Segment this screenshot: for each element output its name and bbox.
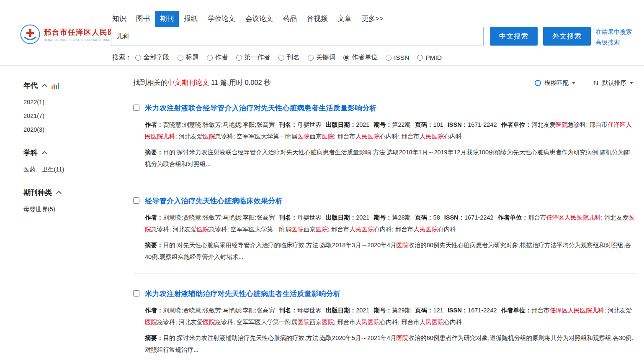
search-input[interactable]: [111, 27, 484, 46]
sort-control[interactable]: 默认排序: [593, 79, 633, 87]
filter-group-year-title[interactable]: 年代: [23, 81, 129, 90]
highlight-text: 医院: [556, 121, 568, 128]
plain-text: 心内科; 邢台市: [374, 226, 413, 233]
highlight-text: 医院: [316, 226, 328, 233]
scope-keyword[interactable]: 关键词: [308, 53, 336, 62]
tab-conference-papers[interactable]: 会议论文: [240, 11, 278, 27]
radio-icon: [207, 55, 213, 61]
field-label: ISSN：: [448, 307, 468, 314]
field-label: 页码：: [415, 307, 433, 314]
tab-knowledge[interactable]: 知识: [107, 11, 131, 27]
scope-issn[interactable]: ISSN: [386, 54, 409, 61]
tab-drugs[interactable]: 药品: [278, 11, 302, 27]
plain-text: 西京: [309, 319, 322, 325]
plain-text: ; 河北友爱: [601, 214, 629, 221]
plain-text: 121: [433, 307, 443, 314]
search-in-results-link[interactable]: 在结果中搜索: [595, 28, 632, 36]
filter-sidebar: 年代 2022(1) 2021(7) 2020(3) 学科: [0, 66, 133, 228]
plain-text: 1671-2242: [464, 214, 493, 221]
scope-pmid[interactable]: PMID: [417, 54, 442, 61]
filter-group-subject-title[interactable]: 学科: [23, 148, 129, 158]
plain-text: 母婴世界: [297, 307, 322, 314]
field-label: 出版日期：: [326, 121, 356, 128]
result-abstract: 摘要：目的:探讨米力农注射液辅助治疗先天性心脏病的疗效.方法:选取2020年5月…: [145, 332, 636, 355]
plain-text: 西京: [304, 226, 316, 233]
scope-all-fields[interactable]: 全部字段: [135, 53, 170, 62]
result-body: 经导管介入治疗先天性心脏病临床效果分析 作者：刘慧晓;贾晓慧;张敏芳;马艳妮;李…: [145, 196, 636, 263]
chevron-up-icon: [42, 84, 47, 89]
tab-articles[interactable]: 文章: [333, 11, 357, 27]
advanced-search-link[interactable]: 高级搜索: [595, 38, 632, 46]
field-label: 摘要：: [145, 335, 163, 341]
result-title-link[interactable]: 米力农注射液联合经导管介入治疗对先天性心脏病患者生活质量影响分析: [145, 103, 636, 113]
plain-text: 刘慧晓;贾晓慧;张敏芳;马艳妮;李阳;张高寅: [163, 307, 275, 314]
match-target-icon: [534, 79, 541, 87]
scope-author-affiliation[interactable]: 作者单位: [343, 53, 378, 62]
plain-text: 邢台市: [528, 214, 546, 221]
filter-group-subject: 学科 医药、卫生(11): [23, 148, 129, 176]
radio-icon: [417, 55, 423, 61]
scope-author[interactable]: 作者: [207, 53, 228, 62]
plain-text: 1671-2242: [468, 307, 497, 314]
plain-text: 母婴世界: [297, 121, 322, 128]
filter-group-label: 年代: [23, 81, 38, 90]
plain-text: 第29期: [392, 307, 411, 314]
tab-more[interactable]: 更多>>: [357, 11, 389, 27]
field-label: 页码：: [415, 121, 433, 128]
tab-books[interactable]: 图书: [131, 11, 155, 27]
plain-text: 邢台市: [531, 307, 550, 314]
scope-option-label: PMID: [425, 54, 442, 61]
result-checkbox[interactable]: [133, 197, 139, 204]
scope-option-label: 第一作者: [245, 53, 270, 62]
filter-item-year[interactable]: 2022(1): [23, 95, 129, 109]
plain-text: 急诊科; 河北友爱: [157, 319, 203, 325]
plain-text: 急诊科; 河北友爱: [151, 226, 197, 233]
plain-text: 找到相关的: [133, 79, 168, 86]
field-label: 作者：: [145, 214, 163, 221]
filter-item-journal[interactable]: 母婴世界(5): [23, 202, 129, 216]
tab-journals[interactable]: 期刊: [155, 11, 179, 27]
scope-title[interactable]: 标题: [178, 53, 199, 62]
result-body: 米力农注射液联合经导管介入治疗对先天性心脏病患者生活质量影响分析 作者：贾晓慧;…: [145, 103, 636, 170]
hospital-brand: 邢台市任泽区人民医院 RENZE DISTRICT PEOPLE'S HOSPI…: [20, 24, 124, 44]
tab-newspapers[interactable]: 报纸: [179, 11, 203, 27]
filter-item-year[interactable]: 2021(7): [23, 109, 129, 123]
result-checkbox[interactable]: [133, 290, 139, 297]
highlight-text: 人民医院: [355, 319, 380, 325]
result-item: 经导管介入治疗先天性心脏病临床效果分析 作者：刘慧晓;贾晓慧;张敏芳;马艳妮;李…: [133, 181, 636, 274]
filter-group-journal-type-title[interactable]: 期刊种类: [23, 188, 129, 197]
plain-text: 刘慧晓;贾晓慧;张敏芳;马艳妮;李阳;张高寅: [163, 214, 275, 221]
plain-text: 11 篇,用时 0.002 秒: [209, 79, 271, 86]
result-title-link[interactable]: 米力农注射液辅助治疗对先天性心脏病患者生活质量影响分析: [145, 289, 636, 299]
field-label: 刊名：: [279, 307, 297, 314]
highlight-text: 医院: [322, 319, 334, 325]
highlight-text: 人民医院: [349, 226, 374, 233]
fuzzy-match-control[interactable]: 模糊匹配: [534, 79, 575, 87]
tab-dissertations[interactable]: 学位论文: [203, 11, 240, 27]
filter-item-subject[interactable]: 医药、卫生(11): [23, 163, 129, 176]
scope-option-label: 作者单位: [352, 53, 378, 62]
chevron-up-icon: [56, 191, 62, 196]
bar-chart-icon[interactable]: [52, 82, 59, 89]
plain-text: 心内科: [438, 226, 456, 233]
tab-audio-video[interactable]: 音视频: [302, 11, 333, 27]
filter-item-year[interactable]: 2020(3): [23, 123, 129, 137]
scope-row-label: 搜索：: [112, 53, 132, 62]
foreign-search-button[interactable]: 外文搜索: [543, 27, 591, 46]
highlight-text: 医院: [145, 319, 157, 325]
results-main: 找到相关的中文期刊论文 11 篇,用时 0.002 秒 模糊匹配 默认排序: [133, 66, 644, 363]
chinese-search-button[interactable]: 中文搜索: [490, 27, 538, 46]
plain-text: 心内科: [444, 133, 462, 140]
field-label: 期号：: [374, 214, 392, 221]
header: 邢台市任泽区人民医院 RENZE DISTRICT PEOPLE'S HOSPI…: [0, 0, 644, 66]
search-scope-row: 搜索： 全部字段 标题 作者 第一作者 刊名 关键词 作者单位 ISSN PMI…: [112, 53, 450, 62]
scope-first-author[interactable]: 第一作者: [236, 53, 270, 62]
scope-option-label: 作者: [215, 53, 228, 62]
highlight-text: 医院: [197, 226, 209, 233]
result-title-link[interactable]: 经导管介入治疗先天性心脏病临床效果分析: [145, 196, 636, 206]
scope-journal-name[interactable]: 刊名: [278, 53, 300, 62]
plain-text: 2021: [356, 214, 369, 221]
radio-icon: [308, 55, 314, 61]
result-controls: 模糊匹配 默认排序: [534, 79, 636, 87]
result-checkbox[interactable]: [133, 105, 139, 111]
